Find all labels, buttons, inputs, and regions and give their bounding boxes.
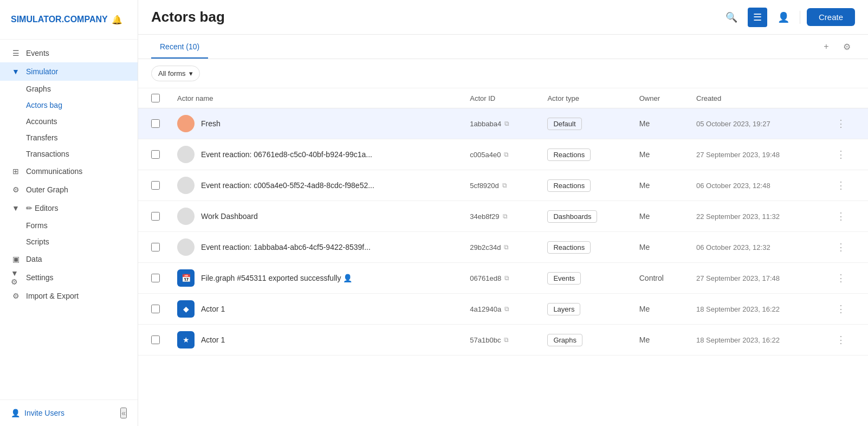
copy-id-icon[interactable]: ⧉ <box>504 151 509 158</box>
select-all-checkbox[interactable] <box>151 94 160 102</box>
sidebar-item-actors-bag[interactable]: Actors bag <box>0 97 138 113</box>
sidebar-item-label: Simulator <box>26 67 58 76</box>
actor-type-badge: Reactions <box>547 241 591 254</box>
row-checkbox[interactable] <box>151 150 160 159</box>
copy-id-icon[interactable]: ⧉ <box>502 182 507 189</box>
copy-id-icon[interactable]: ⧉ <box>504 243 509 251</box>
notification-bell-icon[interactable]: 🔔 <box>108 10 127 29</box>
main-content: Actors bag 🔍 ☰ 👤 Create Recent (10) + ⚙ <box>138 0 868 426</box>
sidebar-item-label: Import & Export <box>26 292 79 300</box>
sidebar-item-editors[interactable]: ▼ ✏ Editors <box>0 199 138 217</box>
sidebar-item-scripts[interactable]: Scripts <box>0 234 138 250</box>
row-menu-button[interactable]: ⋮ <box>834 210 848 222</box>
row-actor-type-cell: Default <box>539 108 630 139</box>
sidebar-footer: 👤 Invite Users « <box>0 399 138 426</box>
sidebar-item-label: Transactions <box>26 150 69 158</box>
sidebar-item-forms[interactable]: Forms <box>0 217 138 234</box>
all-forms-dropdown[interactable]: All forms ▾ <box>151 66 200 81</box>
tabs-actions: + ⚙ <box>818 38 855 55</box>
sidebar-item-simulator[interactable]: ▼ Simulator <box>0 62 138 81</box>
add-tab-button[interactable]: + <box>818 38 834 55</box>
actor-avatar: ★ <box>177 331 195 348</box>
outer-graph-icon: ⚙ <box>11 185 21 195</box>
tab-recent[interactable]: Recent (10) <box>151 35 208 59</box>
editors-icon: ▼ <box>11 203 21 213</box>
row-checkbox[interactable] <box>151 305 160 313</box>
row-created-cell: 22 September 2023, 11:32 <box>688 201 825 232</box>
settings-tab-button[interactable]: ⚙ <box>839 38 855 55</box>
menu-button[interactable]: ☰ <box>748 8 767 27</box>
table-row: Work Dashboard 34eb8f29 ⧉ Dashboards Me … <box>138 201 868 232</box>
copy-id-icon[interactable]: ⧉ <box>504 120 509 127</box>
copy-id-icon[interactable]: ⧉ <box>503 212 508 220</box>
create-button[interactable]: Create <box>807 8 855 26</box>
user-button[interactable]: 👤 <box>774 8 793 27</box>
sidebar-item-label: Forms <box>26 221 48 230</box>
row-actor-type-cell: Reactions <box>539 170 630 201</box>
row-created-cell: 18 September 2023, 16:22 <box>688 294 825 325</box>
sidebar-item-graphs[interactable]: Graphs <box>0 81 138 97</box>
row-owner-cell: Me <box>631 170 688 201</box>
copy-id-icon[interactable]: ⧉ <box>504 274 509 282</box>
row-actions-cell: ⋮ <box>825 263 868 294</box>
actor-id-value: 57a1b0bc <box>470 336 501 344</box>
sidebar-item-transactions[interactable]: Transactions <box>0 146 138 162</box>
invite-users-button[interactable]: 👤 Invite Users <box>11 409 64 417</box>
top-header: Actors bag 🔍 ☰ 👤 Create <box>138 0 868 35</box>
row-menu-button[interactable]: ⋮ <box>834 241 848 253</box>
row-checkbox[interactable] <box>151 181 160 190</box>
copy-id-icon[interactable]: ⧉ <box>504 305 509 313</box>
sidebar-collapse-button[interactable]: « <box>120 408 127 418</box>
sidebar-item-import-export[interactable]: ⚙ Import & Export <box>0 287 138 305</box>
actor-type-badge: Layers <box>547 303 580 315</box>
actor-name: Actor 1 <box>201 305 225 313</box>
sidebar-item-communications[interactable]: ⊞ Communications <box>0 162 138 180</box>
copy-id-icon[interactable]: ⧉ <box>504 336 509 344</box>
sidebar-item-outer-graph[interactable]: ⚙ Outer Graph <box>0 180 138 199</box>
actor-name: Event reaction: c005a4e0-5f52-4ad8-8cdc-… <box>201 181 374 190</box>
row-actor-name-cell: ◆ Actor 1 <box>169 294 461 325</box>
table-row: Event reaction: 1abbaba4-abc6-4cf5-9422-… <box>138 232 868 263</box>
table-row: Event reaction: 06761ed8-c5c0-40bf-b924-… <box>138 139 868 170</box>
row-menu-button[interactable]: ⋮ <box>834 334 848 346</box>
row-menu-button[interactable]: ⋮ <box>834 149 848 160</box>
row-menu-button[interactable]: ⋮ <box>834 272 848 284</box>
row-actions-cell: ⋮ <box>825 139 868 170</box>
row-checkbox[interactable] <box>151 274 160 282</box>
sidebar-item-label: Scripts <box>26 237 49 246</box>
actor-avatar <box>177 115 195 132</box>
row-menu-button[interactable]: ⋮ <box>834 303 848 315</box>
col-actions <box>825 88 868 108</box>
row-checkbox[interactable] <box>151 119 160 128</box>
tabs-bar: Recent (10) + ⚙ <box>138 35 868 59</box>
row-actor-name-cell: Fresh <box>169 108 461 139</box>
row-checkbox[interactable] <box>151 335 160 344</box>
actor-avatar <box>177 146 195 163</box>
actor-id-value: 06761ed8 <box>470 274 501 282</box>
sidebar-item-events[interactable]: ☰ Events <box>0 44 138 62</box>
row-actions-cell: ⋮ <box>825 325 868 356</box>
table-row: ★ Actor 1 57a1b0bc ⧉ Graphs Me 18 Septem… <box>138 325 868 356</box>
row-checkbox[interactable] <box>151 212 160 221</box>
row-actions-cell: ⋮ <box>825 232 868 263</box>
row-created-cell: 05 October 2023, 19:27 <box>688 108 825 139</box>
sidebar-item-label: Settings <box>26 273 54 282</box>
row-checkbox[interactable] <box>151 243 160 251</box>
row-actor-name-cell: 📅 File.graph #545311 exported successful… <box>169 263 461 294</box>
actor-id-value: c005a4e0 <box>470 151 501 159</box>
row-menu-button[interactable]: ⋮ <box>834 118 848 130</box>
col-created: Created <box>688 88 825 108</box>
sidebar-item-data[interactable]: ▣ Data <box>0 250 138 268</box>
sidebar-item-label: Outer Graph <box>26 185 68 194</box>
sidebar-item-accounts[interactable]: Accounts <box>0 113 138 130</box>
list-icon: ☰ <box>11 48 21 58</box>
sidebar-item-transfers[interactable]: Transfers <box>0 130 138 146</box>
search-button[interactable]: 🔍 <box>722 8 741 27</box>
row-menu-button[interactable]: ⋮ <box>834 179 848 191</box>
row-select-cell <box>138 294 169 325</box>
sidebar-item-settings[interactable]: ▼ ⚙ Settings <box>0 268 138 287</box>
actor-avatar <box>177 238 195 256</box>
row-actor-type-cell: Events <box>539 263 630 294</box>
sidebar-item-label: Events <box>26 49 49 57</box>
row-select-cell <box>138 139 169 170</box>
